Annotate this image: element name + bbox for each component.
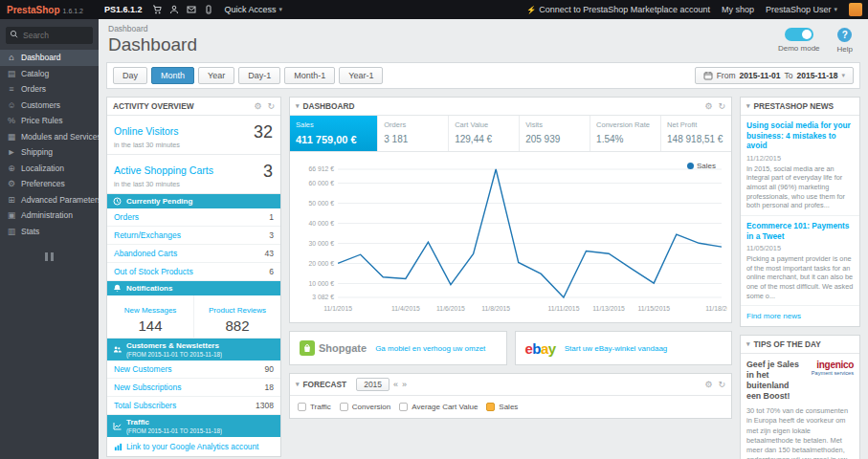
sidebar-item-customers[interactable]: ☺Customers [0, 98, 99, 114]
ebay-module-banner[interactable]: ebay Start uw eBay-winkel vandaag [515, 331, 733, 365]
kpi-value: 1.54% [596, 134, 655, 144]
marketplace-connect-link[interactable]: ⚡ Connect to PrestaShop Marketplace acco… [526, 5, 710, 14]
kpi-value: 3 181 [384, 134, 442, 144]
google-analytics-link[interactable]: Link to your Google Analytics account [114, 442, 274, 451]
sidebar-item-label: Catalog [21, 69, 49, 78]
stats-icon: ▥ [7, 227, 16, 236]
traffic-header: Traffic (FROM 2015-11-01 TO 2015-11-18) [107, 415, 280, 437]
news-headline-link[interactable]: Using social media for your business: 4 … [746, 120, 854, 151]
period-button-day[interactable]: Day [113, 67, 147, 84]
product-reviews-link[interactable]: Product Reviews [209, 306, 266, 315]
forecast-legend-conversion[interactable]: Conversion [340, 403, 390, 411]
total-subscribers-link[interactable]: Total Subscribers [114, 401, 176, 410]
sidebar-item-orders[interactable]: ≡Orders [0, 81, 99, 98]
forecast-legend-average-cart-value[interactable]: Average Cart Value [399, 403, 478, 411]
my-shop-link[interactable]: My shop [722, 5, 754, 14]
customer-icon[interactable] [169, 5, 179, 14]
refresh-icon[interactable]: ↻ [718, 381, 725, 389]
gear-icon[interactable]: ⚙ [254, 102, 261, 111]
forecast-legend-traffic[interactable]: Traffic [298, 403, 331, 411]
abandoned-carts-link[interactable]: Abandoned Carts [114, 249, 177, 258]
sidebar-item-administration[interactable]: ▣Administration [0, 208, 99, 224]
sidebar-item-stats[interactable]: ▥Stats [0, 224, 99, 240]
new-messages-cell[interactable]: New Messages 144 [107, 295, 194, 338]
sidebar-item-advanced-parameters[interactable]: ⊞Advanced Parameters [0, 192, 99, 208]
new-subscriptions-row: New Subscriptions18 [107, 379, 280, 397]
active-carts-link[interactable]: Active Shopping Carts [114, 164, 213, 176]
sidebar-item-dashboard[interactable]: ⌂Dashboard [0, 50, 99, 66]
refresh-icon[interactable]: ↻ [267, 102, 275, 111]
new-messages-link[interactable]: New Messages [124, 306, 177, 315]
forecast-legend-sales[interactable]: Sales [486, 403, 518, 411]
sidebar-item-price-rules[interactable]: %Price Rules [0, 113, 99, 129]
traffic-range: (FROM 2015-11-01 TO 2015-11-18) [126, 427, 222, 434]
pending-returns-link[interactable]: Return/Exchanges [114, 230, 181, 240]
kpi-visits[interactable]: Visits205 939 [520, 116, 590, 151]
kpi-net-profit[interactable]: Net Profit148 918,51 € [661, 116, 731, 151]
period-button-month-1[interactable]: Month-1 [284, 67, 335, 84]
find-more-news-link[interactable]: Find more news [741, 306, 859, 326]
pending-row-abandoned-carts: Abandoned Carts43 [107, 245, 280, 263]
forecast-prev-button[interactable]: « [393, 380, 398, 389]
shopgate-module-banner[interactable]: Shopgate Ga mobiel en verhoog uw omzet [289, 331, 507, 365]
forecast-next-button[interactable]: » [402, 380, 407, 389]
activity-overview-title: ACTIVITY OVERVIEW [113, 101, 194, 111]
shop-name[interactable]: PS1.6.1.2 [104, 5, 143, 14]
news-date: 11/05/2015 [746, 244, 854, 252]
kpi-orders[interactable]: Orders3 181 [378, 116, 449, 151]
news-headline-link[interactable]: Ecommerce 101: Payments in a Tweet [746, 221, 854, 241]
prestashop-logo[interactable]: PrestaShop 1.6.1.2 [0, 5, 99, 15]
price-rules-icon: % [7, 116, 16, 125]
people-icon [113, 345, 122, 354]
shopgate-logo: Shopgate [300, 340, 367, 356]
period-button-month[interactable]: Month [151, 67, 194, 84]
sidebar-item-shipping[interactable]: ►Shipping [0, 144, 99, 161]
mobile-icon[interactable] [204, 5, 213, 14]
period-button-year-1[interactable]: Year-1 [339, 67, 383, 84]
user-menu[interactable]: PrestaShop User ▾ [766, 5, 837, 14]
date-range-button[interactable]: From 2015-11-01 To 2015-11-18 ▾ [695, 67, 854, 84]
period-button-year[interactable]: Year [198, 67, 234, 84]
messages-icon[interactable] [187, 5, 196, 14]
google-analytics-label: Link to your Google Analytics account [126, 442, 258, 451]
period-button-day-1[interactable]: Day-1 [238, 67, 280, 84]
help-label: Help [837, 45, 853, 54]
sidebar-item-localization[interactable]: ⊕Localization [0, 161, 99, 177]
date-to-value: 2015-11-18 [796, 71, 837, 80]
sidebar-collapse-toggle[interactable] [42, 252, 57, 261]
online-visitors-link[interactable]: Online Visitors [114, 125, 179, 137]
quick-access-menu[interactable]: Quick Access ▾ [225, 5, 283, 14]
sidebar-item-catalog[interactable]: ▤Catalog [0, 66, 99, 82]
sidebar-item-preferences[interactable]: ⚙Preferences [0, 176, 99, 192]
ingenico-brand-sub: Payment services [804, 370, 854, 376]
sidebar-item-label: Customers [21, 100, 60, 110]
kpi-sales[interactable]: Sales411 759,00 € [290, 116, 378, 151]
shopgate-promo-link[interactable]: Ga mobiel en verhoog uw omzet [375, 344, 485, 353]
ebay-promo-link[interactable]: Start uw eBay-winkel vandaag [565, 344, 668, 353]
help-button[interactable]: ? [837, 28, 852, 42]
active-carts-value: 3 [263, 162, 273, 182]
kpi-cart-value[interactable]: Cart Value129,44 € [449, 116, 520, 151]
refresh-icon[interactable]: ↻ [718, 102, 725, 111]
caret-down-icon: ▾ [279, 6, 283, 13]
user-avatar[interactable] [849, 3, 862, 16]
new-subscriptions-link[interactable]: New Subscriptions [114, 382, 181, 392]
activity-overview-panel: ACTIVITY OVERVIEW ⚙ ↻ Online Visitors in… [106, 97, 281, 457]
forecast-year-select[interactable]: 2015 [356, 378, 389, 391]
date-from-value: 2015-11-01 [739, 71, 780, 80]
gear-icon[interactable]: ⚙ [704, 102, 712, 111]
kpi-value: 205 939 [525, 134, 584, 144]
out-of-stock-link[interactable]: Out of Stock Products [114, 267, 193, 276]
chart-legend[interactable]: Sales [687, 162, 716, 170]
gear-icon[interactable]: ⚙ [704, 381, 712, 389]
pending-orders-link[interactable]: Orders [114, 212, 139, 222]
new-customers-link[interactable]: New Customers [114, 364, 171, 374]
cart-icon[interactable] [152, 5, 162, 14]
demo-mode-toggle[interactable] [785, 28, 813, 41]
kpi-conversion-rate[interactable]: Conversion Rate1.54% [590, 116, 661, 151]
shopgate-icon [300, 340, 315, 356]
sidebar-item-modules[interactable]: ▦Modules and Services [0, 129, 99, 145]
news-excerpt: In 2015, social media are an integral pa… [746, 164, 854, 210]
product-reviews-cell[interactable]: Product Reviews 882 [194, 295, 280, 338]
page-title: Dashboard [99, 33, 868, 55]
